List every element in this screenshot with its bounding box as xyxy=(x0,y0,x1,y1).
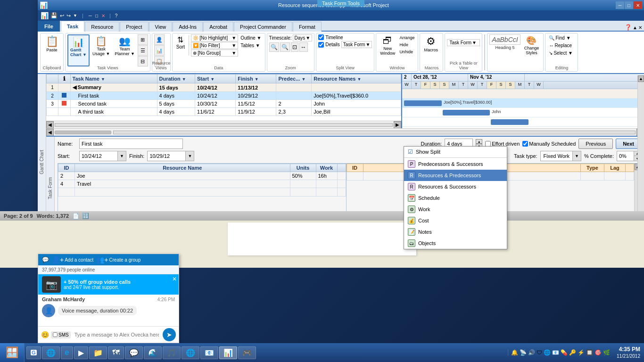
tables-btn[interactable]: Tables ▼ xyxy=(239,42,263,49)
resource-row[interactable]: 2 Joe 50% 16h xyxy=(58,172,346,180)
taskbar-item-project[interactable]: 📊 xyxy=(219,346,237,359)
timescale-dropdown[interactable]: Days▼ xyxy=(293,34,313,41)
paste-btn[interactable]: 📋 Paste xyxy=(44,34,60,53)
col-pred[interactable]: Predec... ▼ xyxy=(276,74,312,83)
table-row[interactable]: 3 Second task 5 days 10/30/12 11/5/12 2 … xyxy=(47,100,401,108)
taskbar-item-media[interactable]: ▶ xyxy=(74,346,88,359)
replace-btn[interactable]: ↔Replace xyxy=(547,42,576,49)
menu-item-pred-succ[interactable]: P Predecessors & Successors xyxy=(404,158,507,170)
task-form-dropdown[interactable]: Task Form▼ xyxy=(447,39,480,46)
taskbar-item-web[interactable]: 🌐 xyxy=(182,346,199,359)
form-start-input[interactable] xyxy=(80,151,117,161)
zoom-in-btn[interactable]: 🔍 xyxy=(269,42,279,52)
tab-view[interactable]: View xyxy=(149,22,173,32)
menu-item-notes[interactable]: 📝 Notes xyxy=(404,226,507,238)
duration-spin-up[interactable]: ▲ xyxy=(476,139,482,144)
sort-btn[interactable]: ⇅ Sort xyxy=(174,34,187,57)
menu-item-objects[interactable]: 🗂 Objects xyxy=(404,238,507,249)
res-view-btn1[interactable]: 👤 xyxy=(154,34,165,45)
col-duration[interactable]: Duration ▼ xyxy=(157,74,195,83)
details-checkbox[interactable] xyxy=(318,42,324,48)
menu-item-cost[interactable]: 💰 Cost xyxy=(404,215,507,226)
tab-file[interactable]: File xyxy=(38,21,60,32)
menu-item-res-pred[interactable]: R Resources & Predecessors xyxy=(404,170,507,181)
previous-btn[interactable]: Previous xyxy=(578,139,613,149)
form-percent-input[interactable] xyxy=(617,151,634,161)
win-close2[interactable]: ✕ xyxy=(100,13,106,18)
restore-btn[interactable]: □ xyxy=(625,1,633,9)
tab-acrobat[interactable]: Acrobat xyxy=(203,22,233,32)
col-start[interactable]: Start ▼ xyxy=(195,74,236,83)
new-window-btn[interactable]: 🗗 NewWindow xyxy=(378,34,397,57)
help-btn[interactable]: ❓ xyxy=(625,24,632,31)
table-row[interactable]: 1 ◀ Summary 15 days 10/24/12 11/13/12 xyxy=(47,83,401,92)
win-minimize2[interactable]: ─ xyxy=(88,13,93,18)
other-view-btn2[interactable]: ☰ xyxy=(138,45,148,56)
scroll-task-btn[interactable]: ↔ xyxy=(299,42,308,52)
taskbar-item-chrome[interactable]: 🌐 xyxy=(42,346,60,359)
quick-save-btn[interactable]: 💾 xyxy=(50,12,58,19)
zoom-out-btn[interactable]: 🔍 xyxy=(280,42,290,52)
task-type-dropdown-btn[interactable]: ▼ xyxy=(572,151,581,161)
tab-resource[interactable]: Resource xyxy=(85,22,119,32)
taskbar-item-music[interactable]: 🎵 xyxy=(163,346,181,359)
ribbon-collapse-btn[interactable]: ▲ xyxy=(633,25,637,30)
tab-task[interactable]: Task xyxy=(61,21,84,32)
form-name-input[interactable] xyxy=(79,139,183,149)
macros-btn[interactable]: ⚙ Macros xyxy=(422,34,440,53)
quick-redo-btn[interactable]: ↪ xyxy=(66,13,71,19)
outline-btn[interactable]: Outline ▼ xyxy=(239,34,263,41)
taskbar-item-game2[interactable]: 🎮 xyxy=(238,346,256,359)
message-input[interactable] xyxy=(73,331,161,338)
group-dropdown[interactable]: ⊕ [No Group] ▼ xyxy=(191,49,238,57)
sms-check[interactable] xyxy=(53,332,58,337)
minimize-btn[interactable]: ─ xyxy=(616,1,624,9)
taskbar-item-google[interactable]: G xyxy=(26,346,41,359)
hide-btn[interactable]: Hide xyxy=(398,41,416,48)
tab-commander[interactable]: Project Commander xyxy=(234,22,292,32)
messenger-add-contact-btn[interactable]: 👤+ Add a contact xyxy=(52,256,93,263)
ribbon-close-btn[interactable]: ✕ xyxy=(638,25,642,30)
win-restore2[interactable]: □ xyxy=(94,13,99,18)
taskbar-item-skype[interactable]: 💬 xyxy=(125,346,143,359)
detail-type-dropdown[interactable]: Task Form▼ xyxy=(341,41,372,48)
other-view-btn3[interactable]: ⊟ xyxy=(138,56,148,66)
col-finish[interactable]: Finish ▼ xyxy=(236,74,276,83)
form-finish-input[interactable] xyxy=(148,151,185,161)
team-planner-btn[interactable]: 👥 TeamPlanner ▼ xyxy=(113,34,136,66)
find-btn[interactable]: 🔍Find ▼ xyxy=(547,34,576,41)
taskbar-item-outlook[interactable]: 📧 xyxy=(200,346,218,359)
quick-dropdown-btn[interactable]: ▼ xyxy=(73,13,78,18)
taskbar-item-ie[interactable]: e xyxy=(61,346,74,359)
task-usage-btn[interactable]: 📋 TaskUsage ▼ xyxy=(91,34,112,66)
tab-addins[interactable]: Add-Ins xyxy=(173,22,203,32)
taskbar-item-game[interactable]: 🌊 xyxy=(144,346,162,359)
tab-format[interactable]: Format xyxy=(293,22,322,32)
start-button[interactable]: 🪟 xyxy=(0,343,25,362)
menu-item-schedule[interactable]: 📅 Schedule xyxy=(404,192,507,204)
resource-row-empty[interactable] xyxy=(58,188,346,197)
other-view-btn1[interactable]: ⊞ xyxy=(138,34,148,45)
highlight-dropdown[interactable]: 🔆 [No Highlight] ▼ xyxy=(191,34,238,41)
table-row[interactable]: 2 First task 4 days 10/24/12 10/29/12 Jo… xyxy=(47,92,401,100)
tab-project[interactable]: Project xyxy=(120,22,148,32)
unhide-btn[interactable]: Unhide xyxy=(398,49,416,55)
res-view-btn2[interactable]: 📊 xyxy=(154,45,165,56)
menu-item-res-succ[interactable]: R Resources & Successors xyxy=(404,181,507,192)
gantt-chart-btn[interactable]: 📊 GanttChart ▼ xyxy=(67,34,90,66)
start-dropdown-btn[interactable]: ▼ xyxy=(117,151,126,161)
close-btn[interactable]: ✕ xyxy=(634,1,642,9)
taskbar-item-maps[interactable]: 🗺 xyxy=(108,346,124,359)
select-btn[interactable]: ↘Select ▼ xyxy=(547,49,576,57)
manually-scheduled-check[interactable] xyxy=(522,141,528,147)
filter-dropdown[interactable]: 🔽 [No Filter] ▼ xyxy=(191,42,238,49)
change-styles-btn[interactable]: 🎨 ChangeStyles xyxy=(522,34,541,56)
table-row[interactable]: A third task 4 days 11/6/12 11/9/12 2,3 … xyxy=(47,108,401,116)
send-btn[interactable]: ➤ xyxy=(163,328,176,341)
messenger-create-group-btn[interactable]: 👥+ Create a group xyxy=(96,256,140,263)
menu-item-show-split[interactable]: ☑ Show Split xyxy=(404,147,507,157)
timeline-checkbox[interactable] xyxy=(318,34,324,40)
quick-undo-btn[interactable]: ↩ xyxy=(59,13,65,19)
col-task-name[interactable]: Task Name ▼ xyxy=(70,74,157,83)
resource-row[interactable]: 4 Travel xyxy=(58,180,346,188)
